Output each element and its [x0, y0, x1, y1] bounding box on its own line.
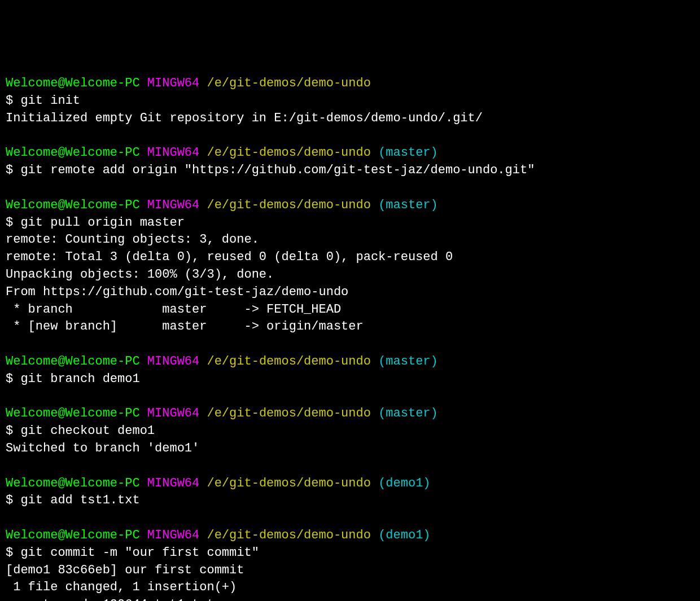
- system-label: MINGW64: [147, 76, 199, 90]
- prompt-line: Welcome@Welcome-PC MINGW64 /e/git-demos/…: [6, 527, 694, 545]
- blank-line: [6, 336, 694, 353]
- output-line: * branch master -> FETCH_HEAD: [6, 301, 694, 319]
- output-line: Initialized empty Git repository in E:/g…: [6, 110, 694, 128]
- system-label: MINGW64: [147, 354, 199, 369]
- terminal-window[interactable]: Welcome@Welcome-PC MINGW64 /e/git-demos/…: [6, 75, 694, 601]
- command-line[interactable]: $ git add tst1.txt: [6, 492, 694, 510]
- system-label: MINGW64: [147, 476, 199, 490]
- system-label: MINGW64: [147, 528, 199, 542]
- git-branch: (master): [378, 198, 438, 212]
- command-line[interactable]: $ git remote add origin "https://github.…: [6, 162, 694, 179]
- git-branch: (master): [378, 146, 438, 160]
- cwd-path: /e/git-demos/demo-undo: [207, 354, 370, 369]
- cwd-path: /e/git-demos/demo-undo: [207, 476, 370, 490]
- cwd-path: /e/git-demos/demo-undo: [207, 76, 370, 90]
- prompt-line: Welcome@Welcome-PC MINGW64 /e/git-demos/…: [6, 197, 694, 214]
- command-line[interactable]: $ git checkout demo1: [6, 423, 694, 440]
- output-line: create mode 100644 tst1.txt: [6, 596, 694, 601]
- prompt-line: Welcome@Welcome-PC MINGW64 /e/git-demos/…: [6, 353, 694, 371]
- cwd-path: /e/git-demos/demo-undo: [207, 146, 370, 160]
- cwd-path: /e/git-demos/demo-undo: [207, 528, 370, 542]
- user-host: Welcome@Welcome-PC: [6, 198, 140, 212]
- user-host: Welcome@Welcome-PC: [6, 406, 140, 420]
- blank-line: [6, 510, 694, 527]
- system-label: MINGW64: [147, 406, 199, 420]
- git-branch: (demo1): [378, 476, 430, 490]
- blank-line: [6, 388, 694, 406]
- user-host: Welcome@Welcome-PC: [6, 146, 140, 160]
- prompt-line: Welcome@Welcome-PC MINGW64 /e/git-demos/…: [6, 405, 694, 423]
- git-branch: (master): [378, 354, 438, 369]
- blank-line: [6, 179, 694, 197]
- cwd-path: /e/git-demos/demo-undo: [207, 406, 370, 420]
- prompt-line: Welcome@Welcome-PC MINGW64 /e/git-demos/…: [6, 75, 694, 93]
- command-line[interactable]: $ git commit -m "our first commit": [6, 545, 694, 562]
- system-label: MINGW64: [147, 146, 199, 160]
- cwd-path: /e/git-demos/demo-undo: [207, 198, 370, 212]
- prompt-line: Welcome@Welcome-PC MINGW64 /e/git-demos/…: [6, 144, 694, 162]
- output-line: * [new branch] master -> origin/master: [6, 318, 694, 336]
- output-line: Unpacking objects: 100% (3/3), done.: [6, 266, 694, 284]
- output-line: remote: Total 3 (delta 0), reused 0 (del…: [6, 249, 694, 266]
- prompt-line: Welcome@Welcome-PC MINGW64 /e/git-demos/…: [6, 475, 694, 493]
- user-host: Welcome@Welcome-PC: [6, 528, 140, 542]
- blank-line: [6, 128, 694, 145]
- git-branch: (demo1): [378, 528, 430, 542]
- command-line[interactable]: $ git pull origin master: [6, 214, 694, 232]
- output-line: 1 file changed, 1 insertion(+): [6, 579, 694, 596]
- command-line[interactable]: $ git branch demo1: [6, 371, 694, 388]
- blank-line: [6, 458, 694, 475]
- user-host: Welcome@Welcome-PC: [6, 76, 140, 90]
- user-host: Welcome@Welcome-PC: [6, 476, 140, 490]
- user-host: Welcome@Welcome-PC: [6, 354, 140, 369]
- output-line: Switched to branch 'demo1': [6, 440, 694, 458]
- command-line[interactable]: $ git init: [6, 93, 694, 110]
- output-line: remote: Counting objects: 3, done.: [6, 231, 694, 249]
- git-branch: (master): [378, 406, 438, 420]
- system-label: MINGW64: [147, 198, 199, 212]
- output-line: From https://github.com/git-test-jaz/dem…: [6, 284, 694, 301]
- output-line: [demo1 83c66eb] our first commit: [6, 562, 694, 580]
